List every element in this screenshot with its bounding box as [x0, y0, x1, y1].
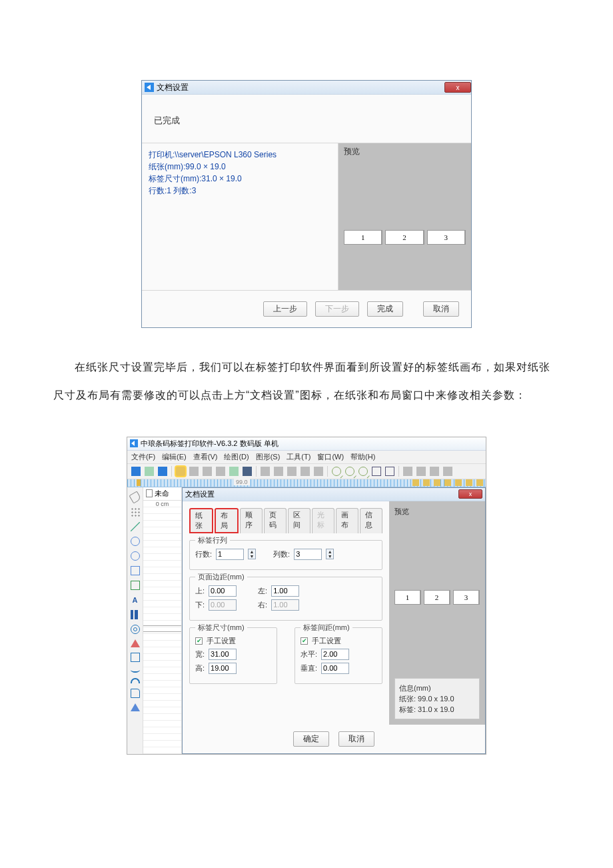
printer-icon[interactable]: [216, 467, 225, 476]
text-tool-icon[interactable]: A: [131, 595, 140, 605]
open-doc-icon[interactable]: [145, 467, 154, 476]
polygon-tool-icon[interactable]: [131, 703, 140, 711]
circle-tool-icon[interactable]: [131, 551, 140, 561]
manual-gap-label: 手工设置: [312, 636, 341, 646]
doc-settings-icon[interactable]: [176, 467, 185, 476]
ruler-tool-icon[interactable]: [434, 479, 440, 486]
cancel-button[interactable]: 取消: [423, 301, 459, 317]
zoom-in-icon[interactable]: [345, 467, 354, 476]
rows-input[interactable]: [216, 549, 244, 560]
height-input[interactable]: [209, 663, 237, 674]
vertical-ruler: [143, 507, 181, 754]
grid-tool-icon[interactable]: [131, 507, 140, 517]
margin-right-input[interactable]: [271, 599, 299, 611]
round-tool-icon[interactable]: [131, 625, 140, 634]
gap-horizontal-input[interactable]: [321, 649, 349, 660]
ruler-tool-icon[interactable]: [423, 479, 430, 486]
ok-button[interactable]: 确定: [293, 731, 329, 747]
fit-window-icon[interactable]: [372, 467, 381, 476]
article-text: 在纸张尺寸设置完毕后，我们可以在标签打印软件界面看到所设置好的标签纸画布，如果对…: [53, 353, 560, 410]
menu-shape[interactable]: 图形(S): [256, 452, 281, 462]
summary-panel: 打印机:\\server\EPSON L360 Series 纸张(mm):99…: [142, 143, 338, 290]
menu-file[interactable]: 文件(F): [131, 452, 155, 462]
image-tool-icon[interactable]: [131, 581, 140, 590]
inner-preview-panel: 预览 1 2 3 信息(mm) 纸张: 99.0 x 19.0 标签: 31.0…: [389, 501, 485, 725]
grid-icon[interactable]: [243, 467, 252, 476]
canvas-tab[interactable]: 未命: [143, 487, 181, 501]
zoom-out-icon[interactable]: [358, 467, 368, 476]
print-preview-icon[interactable]: [203, 467, 212, 476]
cancel-button[interactable]: 取消: [338, 731, 374, 747]
ruler-tool-icon[interactable]: [476, 479, 483, 486]
dialog-titlebar[interactable]: 文档设置 x: [142, 81, 471, 95]
toolbar-separator: [398, 466, 399, 477]
redo-icon[interactable]: [314, 467, 323, 476]
manual-size-checkbox[interactable]: ✔: [195, 637, 203, 645]
tab-canvas[interactable]: 画布: [336, 508, 358, 533]
database-icon[interactable]: [229, 467, 239, 476]
close-button[interactable]: x: [458, 489, 482, 499]
zoom-icon[interactable]: [332, 467, 341, 476]
close-button[interactable]: x: [444, 82, 471, 93]
menu-view[interactable]: 查看(V): [193, 452, 218, 462]
preview-label-cell: 2: [424, 590, 450, 605]
menu-tools[interactable]: 工具(T): [287, 452, 310, 462]
ellipse-tool-icon[interactable]: [131, 537, 140, 546]
qr-tool-icon[interactable]: [131, 653, 140, 662]
select-tool-icon[interactable]: [129, 491, 141, 503]
menu-edit[interactable]: 编辑(E): [162, 452, 187, 462]
rows-label: 行数:: [195, 549, 212, 559]
margin-bottom-input[interactable]: [209, 599, 237, 611]
app-titlebar[interactable]: 中琅条码标签打印软件-V6.3.2 数码版 单机: [127, 437, 486, 451]
arc-tool-icon[interactable]: [131, 678, 140, 683]
cols-input[interactable]: [294, 549, 322, 560]
ruler-tool-icon[interactable]: [466, 479, 472, 486]
cut-icon[interactable]: [261, 467, 270, 476]
gap-vertical-label: 垂直:: [301, 663, 317, 673]
actual-size-icon[interactable]: [385, 467, 394, 476]
undo-icon[interactable]: [301, 467, 310, 476]
ruler-tool-icon[interactable]: [455, 479, 462, 486]
menu-help[interactable]: 帮助(H): [350, 452, 375, 462]
cols-spinner[interactable]: ▲▼: [326, 549, 334, 559]
paste-icon[interactable]: [287, 467, 297, 476]
print-icon[interactable]: [189, 467, 199, 476]
next-step-button[interactable]: 下一步: [315, 301, 359, 317]
new-doc-icon[interactable]: [131, 467, 141, 476]
ruler-tool-icon[interactable]: [444, 479, 451, 486]
align-bottom-icon[interactable]: [443, 467, 452, 476]
finish-button[interactable]: 完成: [367, 301, 403, 317]
ruler-tool-icon[interactable]: [412, 479, 419, 486]
triangle-tool-icon[interactable]: [131, 639, 140, 647]
tab-range[interactable]: 区间: [288, 508, 310, 533]
menu-draw[interactable]: 绘图(D): [224, 452, 249, 462]
margin-top-input[interactable]: [209, 585, 237, 597]
tab-layout[interactable]: 布局: [215, 508, 239, 533]
line-tool-icon[interactable]: [131, 522, 140, 531]
tab-cursor[interactable]: 光标: [312, 508, 334, 533]
gap-vertical-input[interactable]: [321, 663, 349, 674]
align-right-icon[interactable]: [416, 467, 426, 476]
page-tool-icon[interactable]: [131, 689, 140, 698]
save-icon[interactable]: [158, 467, 167, 476]
align-left-icon[interactable]: [403, 467, 412, 476]
tab-page[interactable]: 页码: [264, 508, 287, 533]
info-paper-line: 纸张: 99.0 x 19.0: [399, 693, 475, 704]
width-input[interactable]: [209, 649, 237, 660]
rect-tool-icon[interactable]: [131, 566, 140, 575]
align-top-icon[interactable]: [430, 467, 439, 476]
toolbar-separator: [256, 466, 257, 477]
barcode-tool-icon[interactable]: [131, 610, 140, 619]
margin-left-input[interactable]: [271, 585, 299, 597]
manual-gap-checkbox[interactable]: ✔: [301, 637, 308, 645]
tab-order[interactable]: 顺序: [240, 508, 263, 533]
prev-step-button[interactable]: 上一步: [263, 301, 307, 317]
tab-info[interactable]: 信息: [360, 508, 382, 533]
info-label-line: 标签: 31.0 x 19.0: [399, 704, 475, 715]
inner-dialog-titlebar[interactable]: 文档设置 x: [183, 488, 485, 501]
rows-spinner[interactable]: ▲▼: [248, 549, 256, 559]
curve-tool-icon[interactable]: [131, 667, 140, 673]
menu-window[interactable]: 窗口(W): [317, 452, 344, 462]
tab-paper[interactable]: 纸张: [189, 508, 213, 533]
copy-icon[interactable]: [274, 467, 283, 476]
